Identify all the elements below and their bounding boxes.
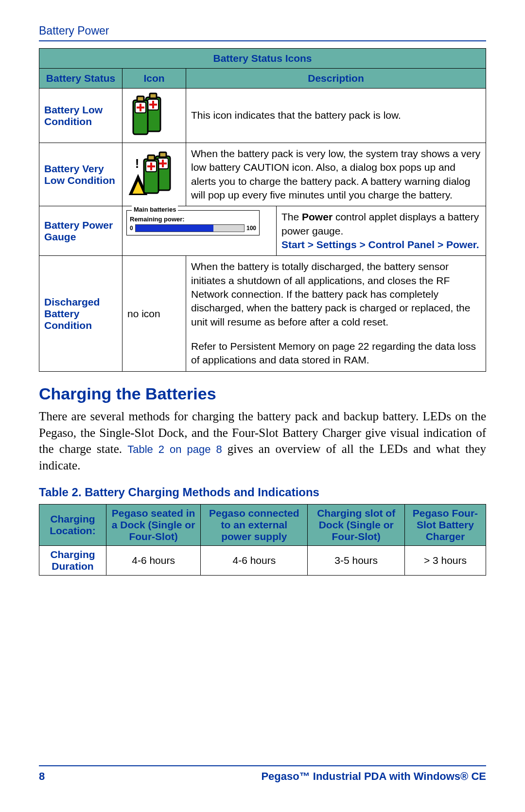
gauge-subtitle: Remaining power:: [130, 216, 256, 223]
ct-val-3: > 3 hours: [404, 545, 486, 575]
page-footer: 8 Pegaso™ Industrial PDA with Windows® C…: [39, 765, 486, 783]
svg-rect-21: [147, 165, 155, 167]
footer-rule: [39, 765, 486, 766]
svg-rect-6: [137, 96, 144, 101]
gauge-title: Main batteries: [132, 206, 178, 214]
ct-val-1: 4-6 hours: [201, 545, 308, 575]
svg-rect-9: [137, 107, 144, 108]
row-desc: When the battery is totally discharged, …: [186, 256, 486, 371]
svg-rect-1: [150, 93, 157, 98]
row-desc-bold: Power: [302, 211, 332, 222]
charging-heading: Charging the Batteries: [39, 384, 486, 403]
row-status: Battery Low Condition: [39, 89, 122, 143]
gauge-max: 100: [246, 225, 256, 232]
ct-header-2: Pegaso connected to an external power su…: [201, 504, 308, 545]
row-desc: This icon indicates that the battery pac…: [186, 89, 486, 143]
table-row: Battery Very Low Condition !: [39, 143, 486, 206]
desc-p1: When the battery is totally discharged, …: [191, 260, 481, 329]
svg-rect-4: [149, 104, 157, 106]
product-name: Pegaso™ Industrial PDA with Windows® CE: [261, 770, 486, 783]
ct-val-0: 4-6 hours: [106, 545, 200, 575]
row-icon-cell: [122, 89, 186, 143]
table2-link[interactable]: Table 2 on page 8: [127, 443, 222, 455]
status-table-caption: Battery Status Icons: [39, 49, 486, 69]
row-desc-pre: The: [281, 211, 302, 222]
ct-val-2: 3-5 hours: [308, 545, 404, 575]
gauge-bar: [135, 224, 245, 232]
row-status: Discharged Battery Condition: [39, 256, 122, 371]
row-desc-path: Start > Settings > Control Panel > Power…: [281, 239, 479, 250]
section-title: Battery Power: [39, 24, 486, 37]
table-row: Battery Power Gauge Main batteries Remai…: [39, 206, 486, 256]
table2-title: Table 2. Battery Charging Methods and In…: [39, 486, 486, 499]
ct-header-0: Charging Location:: [39, 504, 106, 545]
batt-low-icon: [127, 92, 166, 136]
row-icon-cell: no icon: [122, 256, 186, 371]
no-icon-text: no icon: [127, 308, 160, 319]
row-desc: When the battery pack is very low, the s…: [186, 143, 486, 206]
charging-paragraph: There are several methods for charging t…: [39, 408, 486, 474]
desc-p2: Refer to Persistent Memory on page 22 re…: [191, 340, 481, 367]
row-status: Battery Power Gauge: [39, 206, 122, 256]
battery-status-table: Battery Status Icons Battery Status Icon…: [39, 48, 486, 372]
batt-very-low-icon: !: [127, 151, 176, 195]
svg-rect-13: [159, 152, 166, 157]
row-icon-cell: !: [122, 143, 186, 206]
svg-text:!: !: [135, 156, 140, 171]
status-header-icon: Icon: [122, 69, 186, 89]
ct-header-3: Charging slot of Dock (Single or Four-Sl…: [308, 504, 404, 545]
ct-header-4: Pegaso Four-Slot Battery Charger: [404, 504, 486, 545]
gauge-min: 0: [130, 225, 133, 232]
svg-rect-16: [159, 162, 167, 164]
charging-methods-table: Charging Location: Pegaso seated in a Do…: [39, 504, 486, 576]
row-status: Battery Very Low Condition: [39, 143, 122, 206]
page-number: 8: [39, 770, 45, 783]
table-row: Discharged Battery Condition no icon Whe…: [39, 256, 486, 371]
table-row: Battery Low Condition: [39, 89, 486, 143]
power-gauge-icon: Main batteries Remaining power: 0 100: [126, 210, 260, 235]
ct-rowlabel: Charging Duration: [39, 545, 106, 575]
status-header-status: Battery Status: [39, 69, 122, 89]
table-row: Charging Duration 4-6 hours 4-6 hours 3-…: [39, 545, 486, 575]
svg-rect-18: [148, 155, 155, 160]
section-rule: [39, 40, 486, 41]
ct-header-1: Pegaso seated in a Dock (Single or Four-…: [106, 504, 200, 545]
status-header-desc: Description: [186, 69, 486, 89]
